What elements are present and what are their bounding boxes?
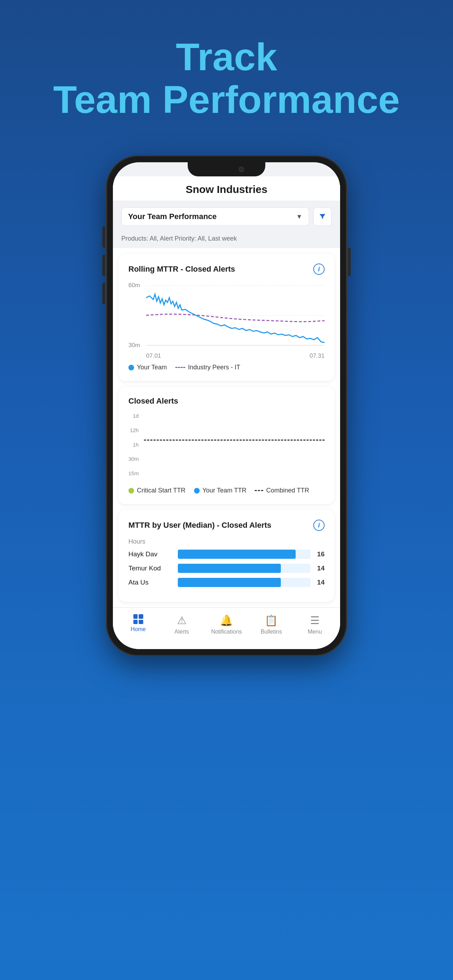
alerts-icon: ⚠ xyxy=(177,614,187,627)
legend-combined-ttr: Combined TTR xyxy=(255,487,309,494)
legend-dashed-black xyxy=(255,490,263,492)
chevron-down-icon: ▼ xyxy=(296,213,302,221)
closed-alerts-card: Closed Alerts 1d 12h 1h 30m 15m xyxy=(119,387,334,504)
bar-y-1d: 1d xyxy=(133,413,139,419)
hbar-fill xyxy=(178,564,281,573)
dropdown-label: Your Team Performance xyxy=(128,212,217,221)
mttr-card: Rolling MTTR - Closed Alerts i 60m 30m xyxy=(119,254,334,381)
nav-alerts[interactable]: ⚠ Alerts xyxy=(168,614,196,635)
nav-alerts-label: Alerts xyxy=(175,628,189,635)
legend-green-dot xyxy=(129,488,134,493)
hero-title-line1: Track xyxy=(0,35,453,78)
hbar-value: 16 xyxy=(314,550,324,558)
hero-section: Track Team Performance xyxy=(0,0,453,149)
bar-y-labels: 1d 12h 1h 30m 15m xyxy=(129,413,139,476)
closed-alerts-header: Closed Alerts xyxy=(129,396,324,406)
hbar-container: Hayk Dav16Temur Kod14Ata Us14 xyxy=(129,550,324,587)
nav-menu[interactable]: ☰ Menu xyxy=(300,614,329,635)
legend-critical-label: Critical Start TTR xyxy=(137,487,186,494)
hbar-track xyxy=(178,550,310,559)
hbar-fill xyxy=(178,578,281,587)
home-icon xyxy=(134,614,143,624)
app-header: Snow Industries xyxy=(113,177,340,201)
mttr-card-header: Rolling MTTR - Closed Alerts i xyxy=(129,264,324,275)
mttr-info-icon[interactable]: i xyxy=(313,264,324,275)
phone-screen: Snow Industries Your Team Performance ▼ … xyxy=(113,162,340,649)
nav-notifications-label: Notifications xyxy=(211,628,242,635)
line-chart-svg xyxy=(146,282,324,349)
hero-title-line2: Team Performance xyxy=(0,78,453,121)
bar-y-1h: 1h xyxy=(133,442,139,448)
mttr-user-card: MTTR by User (Median) - Closed Alerts i … xyxy=(119,510,334,602)
nav-home[interactable]: Home xyxy=(124,614,153,635)
mttr-user-info-icon[interactable]: i xyxy=(313,520,324,531)
legend-dashed-line xyxy=(175,367,185,368)
bulletins-icon: 📋 xyxy=(265,614,278,627)
mttr-user-title: MTTR by User (Median) - Closed Alerts xyxy=(129,521,271,530)
legend-your-team-dot xyxy=(129,365,134,371)
phone-notch xyxy=(188,162,265,177)
notifications-icon: 🔔 xyxy=(220,614,233,627)
camera-dot xyxy=(238,167,244,172)
filter-button[interactable] xyxy=(313,207,332,226)
line-chart-y-labels: 60m 30m xyxy=(129,282,140,349)
y-label-60m: 60m xyxy=(129,282,140,289)
legend-critical-ttr: Critical Start TTR xyxy=(129,487,186,494)
bar-y-30m: 30m xyxy=(129,456,139,462)
hbar-user-label: Hayk Dav xyxy=(129,550,174,558)
hbar-track xyxy=(178,564,310,573)
hbar-fill xyxy=(178,550,296,559)
legend-blue-dot xyxy=(194,488,200,493)
nav-bulletins[interactable]: 📋 Bulletins xyxy=(257,614,285,635)
bottom-nav: Home ⚠ Alerts 🔔 Notifications 📋 Bulletin… xyxy=(113,608,340,645)
x-label-start: 07.01 xyxy=(146,352,161,360)
hbar-row: Hayk Dav16 xyxy=(129,550,324,559)
hbar-user-label: Temur Kod xyxy=(129,565,174,572)
mttr-user-header: MTTR by User (Median) - Closed Alerts i xyxy=(129,520,324,531)
combined-ttr-line xyxy=(144,439,324,441)
mttr-subtitle: Hours xyxy=(129,538,324,546)
nav-menu-label: Menu xyxy=(308,628,322,635)
legend-combined-label: Combined TTR xyxy=(266,487,309,494)
bar-y-12h: 12h xyxy=(130,427,139,433)
legend-industry-peers: Industry Peers - IT xyxy=(175,364,240,371)
bar-y-15m: 15m xyxy=(129,470,139,476)
x-label-end: 07.31 xyxy=(309,352,324,360)
legend-your-team-label: Your Team xyxy=(137,364,167,371)
closed-alerts-title: Closed Alerts xyxy=(129,396,178,406)
app-title: Snow Industries xyxy=(124,183,329,196)
legend-team-ttr-label: Your Team TTR xyxy=(202,487,246,494)
bar-chart-container: 1d 12h 1h 30m 15m xyxy=(129,413,324,483)
line-chart-container: 60m 30m xyxy=(129,282,324,360)
selector-bar: Your Team Performance ▼ xyxy=(113,201,340,232)
hbar-user-label: Ata Us xyxy=(129,579,174,586)
hbar-row: Temur Kod14 xyxy=(129,564,324,573)
screen-content: Snow Industries Your Team Performance ▼ … xyxy=(113,177,340,649)
line-chart-area xyxy=(146,282,324,349)
hbar-track xyxy=(178,578,310,587)
hbar-value: 14 xyxy=(314,579,324,586)
filter-label: Products: All, Alert Priority: All, Last… xyxy=(113,232,340,248)
line-chart-x-labels: 07.01 07.31 xyxy=(146,352,324,360)
phone-container: Snow Industries Your Team Performance ▼ … xyxy=(0,149,453,655)
mttr-card-title: Rolling MTTR - Closed Alerts xyxy=(129,264,235,274)
menu-icon: ☰ xyxy=(310,614,319,627)
nav-bulletins-label: Bulletins xyxy=(261,628,282,635)
bar-chart-legend: Critical Start TTR Your Team TTR Combine… xyxy=(129,487,324,494)
y-label-30m: 30m xyxy=(129,342,140,349)
hbar-value: 14 xyxy=(314,565,324,572)
filter-icon xyxy=(319,213,326,221)
line-chart-legend: Your Team Industry Peers - IT xyxy=(129,364,324,371)
phone-frame: Snow Industries Your Team Performance ▼ … xyxy=(106,156,347,655)
legend-industry-label: Industry Peers - IT xyxy=(188,364,240,371)
hbar-row: Ata Us14 xyxy=(129,578,324,587)
nav-notifications[interactable]: 🔔 Notifications xyxy=(211,614,242,635)
legend-your-team: Your Team xyxy=(129,364,167,371)
performance-dropdown[interactable]: Your Team Performance ▼ xyxy=(121,207,309,226)
bar-chart-bars xyxy=(144,413,324,476)
nav-home-label: Home xyxy=(130,626,146,633)
legend-team-ttr: Your Team TTR xyxy=(194,487,246,494)
